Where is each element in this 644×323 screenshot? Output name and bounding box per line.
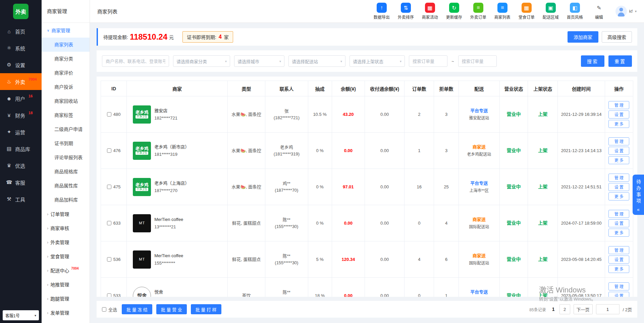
row-checkbox[interactable] bbox=[107, 293, 111, 297]
submenu-group-发单管理[interactable]: ›发单管理 bbox=[42, 306, 90, 320]
created-time: 2023-05-08 13:50:17 bbox=[558, 278, 605, 297]
submenu-group-配送中心[interactable]: ›配送中心7004 bbox=[42, 263, 90, 277]
row-checkbox[interactable] bbox=[107, 112, 111, 117]
row-checkbox[interactable] bbox=[107, 221, 111, 225]
row-action-管理[interactable]: 管理 bbox=[608, 282, 629, 290]
takeout-icon: ♨ bbox=[6, 79, 12, 85]
row-action-设置[interactable]: 设置 bbox=[608, 292, 629, 297]
submenu-item-评论举报列表[interactable]: 评论举报列表 bbox=[42, 150, 90, 165]
submenu-item-商户投诉[interactable]: 商户投诉 bbox=[42, 80, 90, 94]
shortcut-配送区域[interactable]: ▣配送区域 bbox=[541, 3, 560, 20]
shortcut-数据导出[interactable]: ↑数据导出 bbox=[372, 3, 391, 20]
row-actions: 管理设置更多 bbox=[605, 278, 633, 297]
row-action-更多[interactable]: 更多 bbox=[608, 229, 629, 237]
row-action-管理[interactable]: 管理 bbox=[608, 246, 629, 254]
submenu-item-二级商户申请[interactable]: 二级商户申请 bbox=[42, 122, 90, 136]
shortcut-外卖排序[interactable]: ⇅外卖排序 bbox=[396, 3, 416, 20]
row-action-设置[interactable]: 设置 bbox=[608, 147, 629, 155]
submenu-title: 商家管理 bbox=[42, 0, 90, 23]
row-action-更多[interactable]: 更多 bbox=[608, 156, 629, 164]
page-jump-input[interactable] bbox=[596, 304, 620, 314]
row-action-更多[interactable]: 更多 bbox=[608, 120, 629, 128]
shortcut-商家列表[interactable]: ≡商家列表 bbox=[493, 3, 512, 20]
row-action-管理[interactable]: 管理 bbox=[608, 174, 629, 182]
keyword-input[interactable] bbox=[102, 55, 169, 67]
shortcut-更新缓存[interactable]: ↻更新缓存 bbox=[444, 3, 464, 20]
submenu-group-地推管理[interactable]: ›地推管理 bbox=[42, 277, 90, 291]
row-action-设置[interactable]: 设置 bbox=[608, 256, 629, 264]
row-action-设置[interactable]: 设置 bbox=[608, 219, 629, 227]
sidebar-item-用户[interactable]: ☻用户16 bbox=[0, 90, 42, 107]
merchant-category-select[interactable]: 请选择商家分类 ▾ bbox=[173, 55, 230, 67]
submenu-item-商品规格库[interactable]: 商品规格库 bbox=[42, 165, 90, 179]
row-action-更多[interactable]: 更多 bbox=[608, 265, 629, 273]
row-checkbox[interactable] bbox=[107, 257, 111, 262]
submenu-item-商家标签[interactable]: 商家标签 bbox=[42, 108, 90, 122]
city-select[interactable]: 请选择城市 ▾ bbox=[234, 55, 284, 67]
row-action-设置[interactable]: 设置 bbox=[608, 183, 629, 191]
row-action-更多[interactable]: 更多 bbox=[608, 192, 629, 200]
row-action-管理[interactable]: 管理 bbox=[608, 137, 629, 145]
submenu-group-商家审核[interactable]: ›商家审核 bbox=[42, 221, 90, 235]
sidebar-item-运营[interactable]: ✦运营 bbox=[0, 124, 42, 140]
sidebar-item-外卖[interactable]: ♨外卖7004 bbox=[0, 73, 42, 90]
batch-button-批量打样[interactable]: 批 量 打 样 bbox=[191, 304, 221, 314]
brand-logo[interactable]: 外卖 bbox=[13, 4, 29, 19]
submenu-item-商品属性库[interactable]: 商品属性库 bbox=[42, 179, 90, 193]
next-page-button[interactable]: 下一页 bbox=[574, 304, 593, 314]
shelf-status-select[interactable]: 请选择上架状态 ▾ bbox=[350, 55, 405, 67]
shortcut-堂食订单[interactable]: ▦堂食订单 bbox=[517, 3, 536, 20]
shortcut-外卖订单[interactable]: ≡外卖订单 bbox=[469, 3, 488, 20]
page-button-2[interactable]: 2 bbox=[559, 304, 570, 314]
row-checkbox[interactable] bbox=[107, 185, 111, 189]
row-action-设置[interactable]: 设置 bbox=[608, 110, 629, 119]
sidebar-item-系统[interactable]: ⚛系统 bbox=[0, 40, 42, 56]
submenu-item-证书到期[interactable]: 证书到期 bbox=[42, 136, 90, 150]
order-count-min-input[interactable] bbox=[409, 55, 447, 67]
shortcut-商家活动[interactable]: ▦商家活动 bbox=[420, 3, 440, 20]
sidebar-item-客服[interactable]: ☎客服 bbox=[0, 174, 42, 191]
batch-button-批量营业[interactable]: 批 量 营 业 bbox=[156, 304, 187, 314]
submenu-item-商家评价[interactable]: 商家评价 bbox=[42, 66, 90, 80]
balance: 120.34 bbox=[332, 241, 365, 278]
sidebar-item-财务[interactable]: ¥财务18 bbox=[0, 107, 42, 124]
user-icon: ☻ bbox=[6, 96, 12, 101]
total-pages: / 2页 bbox=[623, 306, 632, 313]
sidebar-item-优选[interactable]: ♛优选 bbox=[0, 157, 42, 174]
submenu-item-商家回收站[interactable]: 商家回收站 bbox=[42, 94, 90, 108]
delivery-station-select[interactable]: 请选择配送站 ▾ bbox=[288, 55, 345, 67]
submenu-group-堂食管理[interactable]: ›堂食管理 bbox=[42, 249, 90, 263]
submenu-item-商家分类[interactable]: 商家分类 bbox=[42, 52, 90, 66]
alert-actions: 添加商家 高级搜索 bbox=[568, 31, 632, 43]
row-checkbox[interactable] bbox=[107, 148, 111, 153]
service-account-select[interactable]: 客服1号 ▾ bbox=[3, 310, 39, 320]
submenu-group-跑腿管理[interactable]: ›跑腿管理 bbox=[42, 291, 90, 306]
submenu-group-订单管理[interactable]: ›订单管理 bbox=[42, 207, 90, 221]
reset-button[interactable]: 重置 bbox=[608, 55, 632, 67]
notification-badge: 7004 bbox=[29, 77, 37, 81]
balance: 0.00 bbox=[332, 205, 365, 241]
row-action-管理[interactable]: 管理 bbox=[608, 210, 629, 218]
submenu-item-商品加料库[interactable]: 商品加料库 bbox=[42, 193, 90, 207]
select-all-checkbox[interactable] bbox=[102, 307, 106, 312]
row-action-管理[interactable]: 管理 bbox=[608, 101, 629, 109]
sidebar-item-首页[interactable]: ⌂首页 bbox=[0, 23, 42, 40]
select-all[interactable]: 全选 bbox=[102, 306, 117, 313]
search-button[interactable]: 搜索 bbox=[581, 55, 604, 67]
submenu-item-商家列表[interactable]: 商家列表 bbox=[42, 38, 90, 52]
gear-icon: ⚙ bbox=[6, 62, 12, 68]
submenu-group-商家管理[interactable]: ∨商家管理 bbox=[42, 23, 90, 38]
batch-button-批量冻结[interactable]: 批 量 冻 结 bbox=[122, 304, 152, 314]
todo-panel-toggle[interactable]: 待办事项 « bbox=[633, 175, 644, 215]
shortcut-首页风格[interactable]: ◧首页风格 bbox=[565, 3, 585, 20]
add-merchant-button[interactable]: 添加商家 bbox=[568, 31, 598, 43]
user-menu[interactable]: kf ▾ bbox=[615, 6, 637, 17]
advanced-search-button[interactable]: 高级搜索 bbox=[602, 31, 632, 43]
sidebar-item-工具[interactable]: ⚒工具 bbox=[0, 191, 42, 207]
sidebar-item-设置[interactable]: ⚙设置 bbox=[0, 56, 42, 73]
submenu-group-外卖管理[interactable]: ›外卖管理 bbox=[42, 235, 90, 249]
shortcut-编辑[interactable]: ✎编辑 bbox=[589, 3, 609, 20]
sidebar-item-商品库[interactable]: ▤商品库 bbox=[0, 140, 42, 157]
page-button-1[interactable]: 1 bbox=[551, 307, 556, 312]
order-count-max-input[interactable] bbox=[458, 55, 497, 67]
